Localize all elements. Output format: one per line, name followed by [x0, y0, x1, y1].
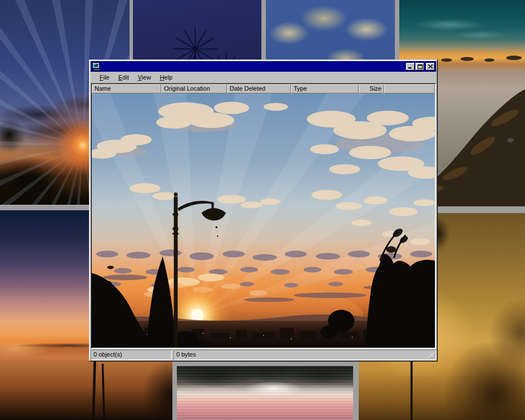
column-headers: Name Original Location Date Deleted Type…	[92, 84, 435, 93]
water-reflection-photo	[177, 366, 353, 420]
list-client-area: Name Original Location Date Deleted Type…	[91, 83, 436, 349]
column-header-name[interactable]: Name	[92, 84, 161, 93]
menubar: File Edit View Help	[91, 72, 436, 82]
column-header-size[interactable]: Size	[359, 84, 384, 93]
recycle-bin-window: File Edit View Help Name Original Locati…	[89, 60, 438, 362]
resize-grip[interactable]	[428, 352, 435, 358]
menu-help[interactable]: Help	[155, 73, 177, 82]
status-size-text: 0 bytes	[176, 351, 196, 358]
menu-view[interactable]: View	[133, 73, 156, 82]
deleted-items-list[interactable]	[92, 93, 435, 348]
column-header-type[interactable]: Type	[291, 84, 359, 93]
close-icon	[428, 65, 433, 68]
minimize-icon	[408, 65, 413, 68]
desktop: File Edit View Help Name Original Locati…	[0, 0, 525, 420]
menu-edit[interactable]: Edit	[114, 73, 133, 82]
titlebar[interactable]	[91, 61, 436, 72]
maximize-icon	[418, 65, 423, 69]
minimize-button[interactable]	[406, 63, 415, 71]
column-header-filler	[384, 84, 435, 93]
maximize-button[interactable]	[415, 63, 424, 71]
computer-icon	[92, 62, 101, 71]
status-object-count: 0 object(s)	[91, 350, 172, 360]
column-header-date-deleted[interactable]: Date Deleted	[227, 84, 291, 93]
status-size: 0 bytes	[174, 350, 436, 360]
close-button[interactable]	[426, 63, 435, 71]
statusbar: 0 object(s) 0 bytes	[91, 350, 436, 360]
column-header-original-location[interactable]: Original Location	[161, 84, 227, 93]
menu-file[interactable]: File	[95, 73, 114, 82]
sunset-sky-street-lamp-photo	[92, 93, 435, 348]
